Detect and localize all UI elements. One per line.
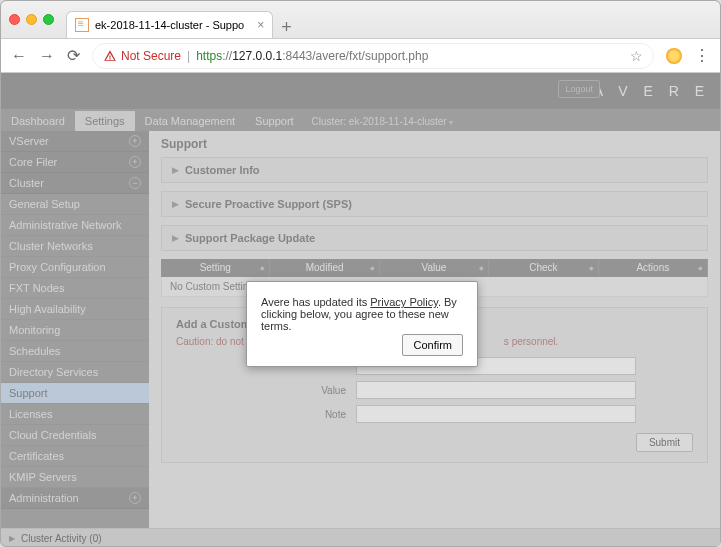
field-label-note: Note — [176, 409, 356, 420]
address-bar[interactable]: Not Secure | https://127.0.0.1:8443/aver… — [92, 43, 654, 69]
reload-button[interactable]: ⟳ — [67, 46, 80, 65]
sidebar-item-certificates[interactable]: Certificates — [1, 446, 149, 467]
panel-customer-info[interactable]: ▶Customer Info — [161, 157, 708, 183]
sidebar-item-support[interactable]: Support — [1, 383, 149, 404]
modal-text: Avere has updated its Privacy Policy. By… — [261, 296, 457, 332]
chevron-right-icon: ▶ — [172, 199, 179, 209]
browser-toolbar: ← → ⟳ Not Secure | https://127.0.0.1:844… — [1, 39, 720, 73]
field-label-value: Value — [176, 385, 356, 396]
settings-table-header: Setting Modified Value Check Actions — [161, 259, 708, 277]
sidebar-item-admin-network[interactable]: Administrative Network — [1, 215, 149, 236]
url-text: https://127.0.0.1:8443/avere/fxt/support… — [196, 49, 428, 63]
privacy-policy-modal: Avere has updated its Privacy Policy. By… — [246, 281, 478, 367]
expand-icon: + — [129, 135, 141, 147]
cluster-activity-bar[interactable]: ▶ Cluster Activity (0) — [1, 528, 720, 547]
close-tab-icon[interactable]: × — [257, 19, 264, 31]
cluster-selector[interactable]: Cluster: ek-2018-11-14-cluster — [304, 112, 461, 131]
sidebar-item-schedules[interactable]: Schedules — [1, 341, 149, 362]
sidebar-item-proxy-config[interactable]: Proxy Configuration — [1, 257, 149, 278]
confirm-button[interactable]: Confirm — [402, 334, 463, 356]
chevron-right-icon: ▶ — [172, 165, 179, 175]
th-value[interactable]: Value — [380, 259, 489, 277]
privacy-policy-link[interactable]: Privacy Policy — [370, 296, 438, 308]
sidebar-item-general-setup[interactable]: General Setup — [1, 194, 149, 215]
submit-button[interactable]: Submit — [636, 433, 693, 452]
panel-support-package[interactable]: ▶Support Package Update — [161, 225, 708, 251]
tab-dashboard[interactable]: Dashboard — [1, 111, 75, 131]
extension-icon[interactable] — [666, 48, 682, 64]
avere-logo: A V E R E — [594, 83, 710, 99]
page-title: Support — [161, 137, 708, 151]
th-check[interactable]: Check — [489, 259, 598, 277]
new-tab-button[interactable]: + — [273, 17, 300, 38]
collapse-icon: − — [129, 177, 141, 189]
minimize-window-icon[interactable] — [26, 14, 37, 25]
tab-support[interactable]: Support — [245, 111, 304, 131]
browser-tab[interactable]: ek-2018-11-14-cluster - Suppo × — [66, 11, 273, 38]
app-viewport: Logout A V E R E Dashboard Settings Data… — [1, 73, 720, 547]
sidebar: VServer+ Core Filer+ Cluster− General Se… — [1, 131, 149, 547]
tab-data-management[interactable]: Data Management — [135, 111, 246, 131]
sidebar-item-fxt-nodes[interactable]: FXT Nodes — [1, 278, 149, 299]
expand-icon: + — [129, 156, 141, 168]
window-controls — [9, 14, 54, 25]
tab-settings[interactable]: Settings — [75, 111, 135, 131]
logout-button[interactable]: Logout — [558, 80, 600, 98]
url-separator: | — [187, 49, 190, 63]
warning-icon — [103, 49, 117, 63]
note-input[interactable] — [356, 405, 636, 423]
th-setting[interactable]: Setting — [161, 259, 270, 277]
sidebar-group-vserver[interactable]: VServer+ — [1, 131, 149, 152]
bookmark-icon[interactable]: ☆ — [630, 48, 643, 64]
th-actions: Actions — [599, 259, 708, 277]
sidebar-item-high-availability[interactable]: High Availability — [1, 299, 149, 320]
sidebar-group-corefiler[interactable]: Core Filer+ — [1, 152, 149, 173]
th-modified[interactable]: Modified — [270, 259, 379, 277]
tab-title: ek-2018-11-14-cluster - Suppo — [95, 19, 244, 31]
app-header: Logout A V E R E — [1, 73, 720, 109]
forward-button[interactable]: → — [39, 47, 55, 65]
sidebar-item-cloud-credentials[interactable]: Cloud Credentials — [1, 425, 149, 446]
value-input[interactable] — [356, 381, 636, 399]
maximize-window-icon[interactable] — [43, 14, 54, 25]
expand-icon: + — [129, 492, 141, 504]
close-window-icon[interactable] — [9, 14, 20, 25]
chevron-right-icon: ▶ — [172, 233, 179, 243]
main-tabs: Dashboard Settings Data Management Suppo… — [1, 109, 720, 131]
browser-menu-icon[interactable]: ⋮ — [694, 46, 710, 65]
sidebar-item-directory-services[interactable]: Directory Services — [1, 362, 149, 383]
sidebar-item-licenses[interactable]: Licenses — [1, 404, 149, 425]
sidebar-item-kmip-servers[interactable]: KMIP Servers — [1, 467, 149, 488]
sidebar-item-monitoring[interactable]: Monitoring — [1, 320, 149, 341]
favicon-icon — [75, 18, 89, 32]
sidebar-item-cluster-networks[interactable]: Cluster Networks — [1, 236, 149, 257]
sidebar-group-cluster[interactable]: Cluster− — [1, 173, 149, 194]
chevron-right-icon: ▶ — [9, 534, 15, 543]
back-button[interactable]: ← — [11, 47, 27, 65]
browser-tab-strip: ek-2018-11-14-cluster - Suppo × + — [1, 1, 720, 39]
panel-sps[interactable]: ▶Secure Proactive Support (SPS) — [161, 191, 708, 217]
sidebar-group-administration[interactable]: Administration+ — [1, 488, 149, 509]
not-secure-badge[interactable]: Not Secure — [103, 49, 181, 63]
